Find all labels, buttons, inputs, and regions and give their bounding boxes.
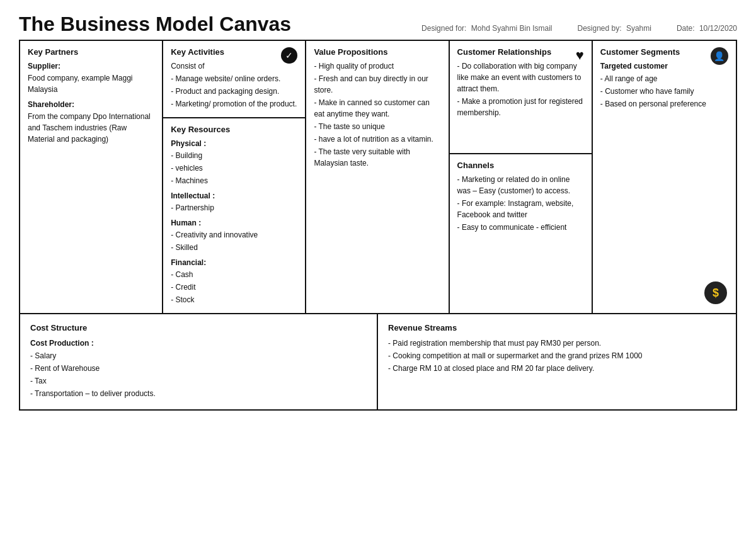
ch-item-0: - Marketing or related do in online was … bbox=[457, 174, 584, 196]
designed-for: Designed for: Mohd Syahmi Bin Ismail bbox=[421, 24, 552, 33]
key-resources-cell: Key Resources Physical : - Building - ve… bbox=[163, 118, 305, 313]
key-activities-item-1: - Product and packaging design. bbox=[171, 86, 297, 97]
vp-item-4: - have a lot of nutrition as a vitamin. bbox=[314, 134, 440, 145]
vp-item-0: - High quality of product bbox=[314, 60, 440, 72]
key-activities-cell: Key Activities ✓ Consist of - Manage web… bbox=[163, 41, 305, 118]
cr-item-1: - Make a promotion just for registered m… bbox=[457, 96, 584, 118]
key-activities-item-2: - Marketing/ promotion of the product. bbox=[171, 98, 297, 110]
human-item-0: - Creativity and innovative bbox=[171, 229, 297, 241]
heart-icon: ♥ bbox=[576, 47, 584, 64]
cs-item-1: - All range of age bbox=[600, 73, 728, 84]
cost-structure-cell: Cost Structure Cost Production : - Salar… bbox=[20, 314, 378, 409]
human-item-1: - Skilled bbox=[171, 242, 297, 253]
designed-by: Designed by: Syahmi bbox=[578, 24, 651, 33]
physical-label: Physical : bbox=[171, 139, 297, 148]
money-bag-icon: $ bbox=[704, 281, 727, 304]
shareholder-text: From the company Dpo International and T… bbox=[28, 111, 154, 145]
cr-item-0: - Do collaboration with big company like… bbox=[457, 60, 584, 94]
financial-item-1: - Credit bbox=[171, 281, 297, 293]
revenue-streams-title: Revenue Streams bbox=[388, 323, 726, 332]
key-activities-title: Key Activities bbox=[171, 47, 297, 57]
canvas-top-row: Key Partners Supplier: Food company, exa… bbox=[20, 41, 736, 314]
cs-item-3: - Based on personal preference bbox=[600, 98, 728, 110]
check-icon: ✓ bbox=[281, 47, 297, 64]
supplier-text: Food company, example Maggi Malaysia bbox=[28, 72, 154, 95]
supplier-label: Supplier: bbox=[28, 62, 154, 71]
financial-label: Financial: bbox=[171, 258, 297, 267]
revenue-streams-cell: Revenue Streams - Paid registration memb… bbox=[378, 314, 736, 409]
financial-item-2: - Stock bbox=[171, 294, 297, 305]
customer-relationships-title: Customer Relationships bbox=[457, 47, 584, 57]
person-icon: 👤 bbox=[711, 47, 728, 65]
customer-segments-title: Customer Segments bbox=[600, 47, 728, 57]
date: Date: 10/12/2020 bbox=[677, 24, 737, 33]
page-title: The Business Model Canvas bbox=[19, 13, 291, 36]
channels-cell: Channels - Marketing or related do in on… bbox=[450, 154, 592, 241]
financial-item-0: - Cash bbox=[171, 269, 297, 280]
vp-item-3: - The taste so unique bbox=[314, 121, 440, 132]
physical-item-2: - Machines bbox=[171, 175, 297, 186]
key-partners-cell: Key Partners Supplier: Food company, exa… bbox=[20, 41, 163, 313]
cost-structure-title: Cost Structure bbox=[30, 323, 367, 332]
physical-item-1: - vehicles bbox=[171, 162, 297, 174]
value-propositions-title: Value Propositions bbox=[314, 47, 440, 57]
cs-item-0: Targeted customer bbox=[600, 60, 728, 72]
channels-title: Channels bbox=[457, 161, 584, 170]
vp-item-5: - The taste very suitable with Malaysian… bbox=[314, 146, 440, 169]
cost-item-2: - Tax bbox=[30, 375, 367, 387]
cost-item-0: - Salary bbox=[30, 350, 367, 361]
rs-item-1: - Cooking competition at mall or superma… bbox=[388, 350, 726, 361]
rs-item-0: - Paid registration membership that must… bbox=[388, 338, 726, 349]
customer-relationships-cell: Customer Relationships ♥ - Do collaborat… bbox=[450, 41, 592, 154]
key-partners-title: Key Partners bbox=[28, 47, 154, 57]
vp-item-1: - Fresh and can buy directly in our stor… bbox=[314, 73, 440, 96]
customer-segments-cell: Customer Segments 👤 Targeted customer - … bbox=[593, 41, 736, 313]
vp-item-2: - Make in canned so customer can eat any… bbox=[314, 97, 440, 120]
cost-item-3: - Transportation – to deliver products. bbox=[30, 388, 367, 399]
ch-item-1: - For example: Instagram, website, Faceb… bbox=[457, 198, 584, 220]
value-propositions-cell: Value Propositions - High quality of pro… bbox=[306, 41, 449, 313]
ch-item-2: - Easy to communicate - efficient bbox=[457, 222, 584, 233]
intellectual-label: Intellectual : bbox=[171, 191, 297, 200]
canvas-bottom-row: Cost Structure Cost Production : - Salar… bbox=[20, 314, 736, 409]
physical-item-0: - Building bbox=[171, 150, 297, 161]
human-label: Human : bbox=[171, 219, 297, 227]
key-activities-resources-col: Key Activities ✓ Consist of - Manage web… bbox=[163, 41, 306, 313]
rs-item-2: - Charge RM 10 at closed place and RM 20… bbox=[388, 363, 726, 374]
shareholder-label: Shareholder: bbox=[28, 100, 154, 109]
cost-item-1: - Rent of Warehouse bbox=[30, 363, 367, 374]
cs-item-2: - Customer who have family bbox=[600, 86, 728, 97]
business-model-canvas: Key Partners Supplier: Food company, exa… bbox=[19, 40, 737, 411]
customer-relationships-channels-col: Customer Relationships ♥ - Do collaborat… bbox=[450, 41, 593, 313]
consist-of-label: Consist of bbox=[171, 60, 297, 72]
cost-production-label: Cost Production : bbox=[30, 338, 367, 349]
key-activities-item-0: - Manage website/ online orders. bbox=[171, 73, 297, 84]
intellectual-item-0: - Partnership bbox=[171, 202, 297, 213]
meta-info: Designed for: Mohd Syahmi Bin Ismail Des… bbox=[421, 24, 737, 33]
key-resources-title: Key Resources bbox=[171, 125, 297, 134]
